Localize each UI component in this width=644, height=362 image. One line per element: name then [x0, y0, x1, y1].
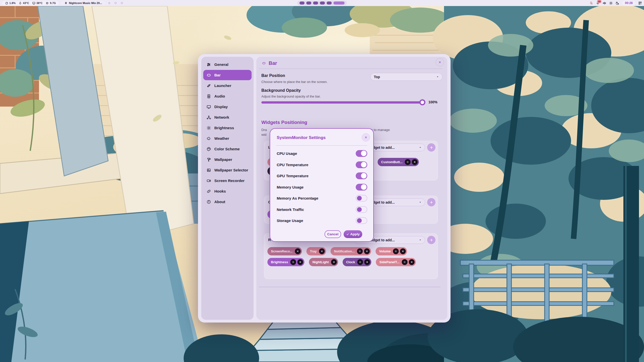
sidebar-item-wallpaper[interactable]: Wallpaper: [203, 154, 252, 165]
sidebar-item-hooks[interactable]: Hooks: [203, 186, 252, 196]
widget-chip-tray[interactable]: Tray: [306, 247, 326, 255]
widget-remove-button[interactable]: [412, 159, 418, 165]
widget-remove-button[interactable]: [364, 248, 370, 254]
widget-chip-screenreco[interactable]: ScreenReco...: [267, 247, 302, 255]
sidebar-item-weather[interactable]: Weather: [203, 133, 252, 144]
widget-remove-button[interactable]: [319, 248, 325, 254]
background-opacity-description: Adjust the background opacity of the bar…: [261, 95, 321, 98]
bar-position-dropdown[interactable]: Top: [370, 73, 442, 81]
page-title: Bar: [269, 60, 277, 66]
widget-chip-volume[interactable]: Volume: [376, 247, 407, 255]
sidebar-item-audio[interactable]: Audio: [203, 91, 252, 101]
widget-settings-button[interactable]: [357, 248, 363, 254]
close-settings-button[interactable]: [436, 58, 444, 66]
skull-button[interactable]: [107, 1, 111, 5]
toggle-row: Memory Usage: [277, 182, 367, 192]
notifications-button[interactable]: 10: [596, 1, 600, 6]
sidebar-item-display[interactable]: Display: [203, 102, 252, 112]
mic-muted-icon[interactable]: [589, 1, 593, 5]
widget-chip-brightness[interactable]: Brightness: [267, 258, 304, 266]
widget-chip-nightlight[interactable]: NightLight: [309, 258, 338, 266]
dialog-divider: [276, 145, 367, 146]
sidebar-item-launcher[interactable]: Launcher: [203, 80, 252, 91]
close-dialog-button[interactable]: [362, 133, 370, 142]
gear-icon: [406, 161, 409, 163]
system-stats[interactable]: 1.8% 43°C 38°C 9.7G: [2, 1, 59, 6]
cancel-button[interactable]: Cancel: [325, 230, 341, 238]
add-widget-button[interactable]: [427, 143, 435, 152]
widget-settings-button[interactable]: [357, 259, 363, 265]
widgets-positioning-title: Widgets Positioning: [261, 120, 307, 125]
workspace-3[interactable]: [313, 2, 318, 5]
toggle-network-traffic[interactable]: [356, 206, 367, 213]
sidebar-item-general[interactable]: General: [203, 59, 252, 70]
toggle-label: GPU Temperature: [277, 174, 308, 178]
sidebar-item-screen-recorder[interactable]: Screen Recorder: [203, 175, 252, 186]
sidebar-item-network[interactable]: Network: [203, 112, 252, 122]
add-widget-button[interactable]: [427, 236, 435, 244]
workspace-2[interactable]: [306, 2, 311, 5]
toggle-label: Memory As Percentage: [277, 196, 318, 200]
link-icon: [207, 189, 211, 194]
toggle-knob: [357, 207, 362, 212]
night-light-icon[interactable]: [616, 1, 619, 5]
check-icon: [346, 233, 349, 236]
sidebar-item-about[interactable]: About: [203, 197, 252, 207]
toggle-memory-usage[interactable]: [356, 184, 367, 191]
toggle-storage-usage[interactable]: [356, 217, 367, 224]
widget-chip-label: Brightness: [271, 260, 289, 264]
widget-chip-clock[interactable]: Clock: [343, 258, 371, 266]
close-icon: [366, 250, 368, 253]
widget-remove-button[interactable]: [364, 259, 370, 265]
widget-remove-button[interactable]: [295, 248, 301, 254]
sun-icon: [207, 126, 211, 130]
widget-remove-button[interactable]: [400, 248, 406, 254]
bar-position-value: Top: [374, 75, 380, 79]
sidebar-item-label: Bar: [214, 73, 221, 77]
sidebar-item-wallpaper-selector[interactable]: Wallpaper Selector: [203, 165, 252, 175]
heart-button[interactable]: [113, 1, 118, 5]
brightness-icon[interactable]: [609, 1, 613, 5]
close-icon: [299, 261, 302, 263]
slider-knob[interactable]: [419, 99, 425, 105]
widget-chip-label: Volume: [379, 249, 392, 253]
toggle-cpu-temperature[interactable]: [356, 161, 367, 168]
widget-remove-button[interactable]: [297, 259, 303, 265]
sidebar-item-bar[interactable]: Bar: [203, 70, 252, 80]
background-opacity-slider[interactable]: [261, 99, 425, 105]
widget-chip-custombutt[interactable]: CustomButt...: [378, 158, 419, 166]
media-player-widget[interactable]: Nightcore Music Mix 20...: [61, 1, 105, 6]
widget-chip-notification[interactable]: Notification...: [331, 247, 371, 255]
sidebar-item-color-scheme[interactable]: Color Scheme: [203, 144, 252, 154]
widget-settings-button[interactable]: [393, 248, 399, 254]
widget-chip-label: SidePanelT...: [379, 260, 400, 264]
overview-icon[interactable]: [638, 1, 642, 5]
chip-icon: [46, 2, 49, 5]
audio-icon: [207, 94, 211, 99]
workspace-1[interactable]: [300, 2, 305, 5]
add-widget-button[interactable]: [427, 198, 435, 206]
widget-remove-button[interactable]: [331, 259, 337, 265]
heart-button[interactable]: [120, 1, 124, 5]
sidebar-item-brightness[interactable]: Brightness: [203, 123, 252, 133]
widget-chip-label: NightLight: [312, 260, 330, 264]
toggle-memory-as-percentage[interactable]: [356, 195, 367, 202]
volume-icon[interactable]: [602, 1, 606, 5]
toggle-knob: [361, 151, 367, 156]
widget-remove-button[interactable]: [409, 259, 415, 265]
toggle-label: Network Traffic: [277, 207, 304, 212]
toggle-gpu-temperature[interactable]: [356, 172, 367, 179]
workspace-4[interactable]: [320, 2, 325, 5]
apply-button[interactable]: Apply: [344, 230, 362, 238]
stat-chip-icon: 9.7G: [46, 2, 56, 5]
workspace-6[interactable]: [334, 2, 345, 5]
bottom-divider: [259, 287, 440, 287]
toggle-cpu-usage[interactable]: [356, 150, 367, 157]
widget-settings-button[interactable]: [290, 259, 296, 265]
widget-chip-sidepanelt[interactable]: SidePanelT...: [376, 258, 416, 266]
clock[interactable]: 00:28: [622, 1, 635, 6]
widget-settings-button[interactable]: [402, 259, 408, 265]
sidebar-item-label: Weather: [214, 136, 229, 141]
workspace-5[interactable]: [327, 2, 332, 5]
widget-settings-button[interactable]: [405, 159, 411, 165]
